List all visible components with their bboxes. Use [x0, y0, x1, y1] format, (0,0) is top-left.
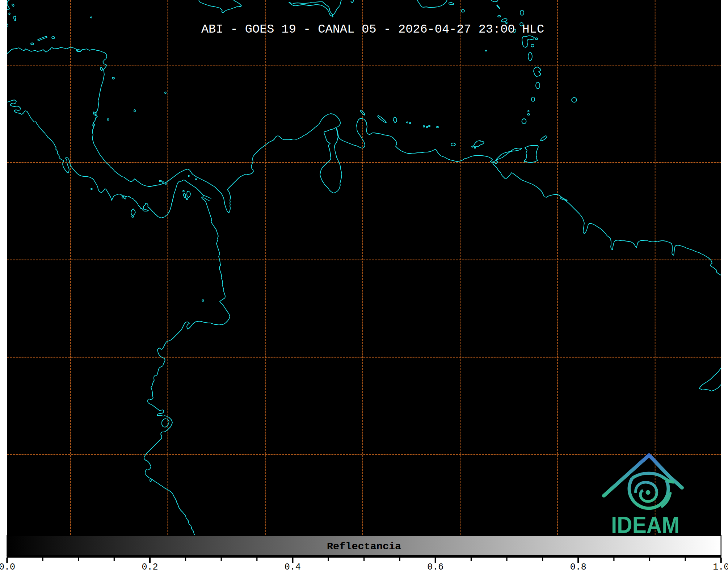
svg-text:0.0: 0.0	[0, 562, 15, 571]
svg-text:ABI - GOES 19 - CANAL 05 - 202: ABI - GOES 19 - CANAL 05 - 2026-04-27 23…	[201, 22, 544, 36]
svg-text:0.4: 0.4	[285, 562, 301, 571]
svg-text:0.6: 0.6	[427, 562, 443, 571]
svg-text:0.2: 0.2	[142, 562, 158, 571]
svg-text:Reflectancia: Reflectancia	[327, 541, 401, 553]
svg-text:IDEAM: IDEAM	[611, 512, 679, 538]
svg-text:0.8: 0.8	[570, 562, 586, 571]
svg-text:1.0: 1.0	[713, 562, 728, 571]
